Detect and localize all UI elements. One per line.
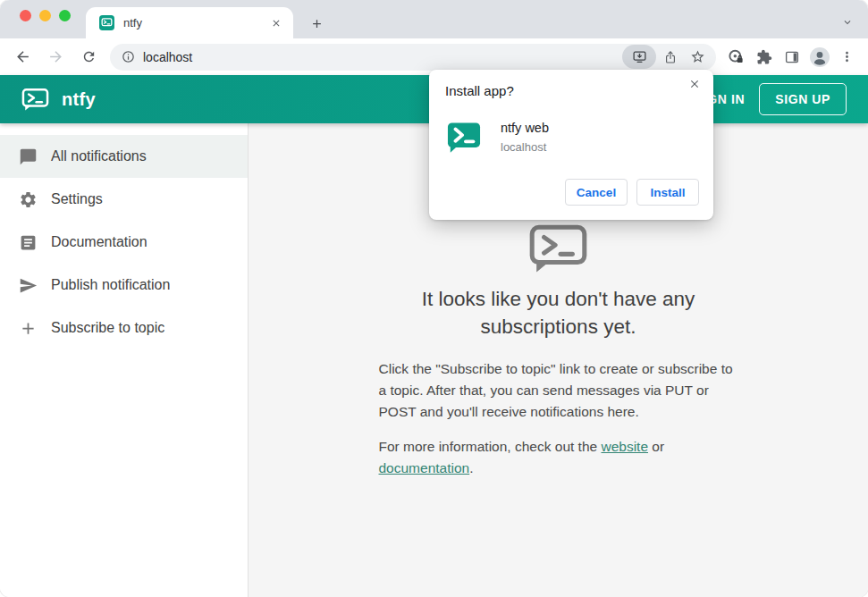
sidebar-item-label: Subscribe to topic [51, 320, 164, 336]
new-tab-button[interactable] [305, 12, 328, 35]
install-button[interactable]: Install [636, 179, 699, 206]
tab-close-icon[interactable] [268, 15, 284, 31]
profile-avatar[interactable] [805, 43, 833, 71]
side-panel-icon[interactable] [778, 43, 805, 71]
paragraph-text: . [469, 460, 473, 475]
empty-state-paragraph-links: For more information, check out the webs… [379, 436, 738, 479]
chat-icon [19, 147, 38, 166]
paragraph-text: For more information, check out the [379, 439, 602, 454]
tab-title: ntfy [123, 16, 268, 29]
sidebar-item-label: Settings [51, 191, 103, 207]
site-info-icon[interactable] [122, 50, 135, 63]
brand-title: ntfy [62, 89, 96, 110]
install-app-toolbar-button[interactable] [622, 45, 656, 69]
toolbar-right-icons [722, 43, 861, 71]
sidebar-item-publish-notification[interactable]: Publish notification [0, 264, 248, 307]
maximize-window-button[interactable] [59, 10, 71, 21]
cancel-button[interactable]: Cancel [565, 179, 628, 206]
bookmark-star-icon[interactable] [684, 45, 712, 70]
sidebar-item-settings[interactable]: Settings [0, 178, 248, 221]
tab-strip: ntfy [0, 0, 868, 38]
sidebar: All notifications Settings Documentation… [0, 123, 249, 597]
extensions-puzzle-icon[interactable] [750, 43, 778, 71]
close-window-button[interactable] [20, 10, 31, 21]
send-icon [19, 276, 38, 295]
password-manager-extension-icon[interactable] [722, 43, 750, 71]
address-url[interactable]: localhost [143, 50, 622, 64]
paragraph-text: or [648, 439, 664, 454]
sign-up-button[interactable]: SIGN UP [759, 83, 847, 115]
install-app-dialog: Install app? ntfy web localhost Cancel I… [429, 70, 713, 220]
article-icon [19, 233, 38, 252]
address-bar[interactable]: localhost [110, 44, 716, 71]
dialog-app-name: ntfy web [501, 121, 549, 135]
sidebar-item-subscribe-to-topic[interactable]: Subscribe to topic [0, 307, 248, 349]
forward-button[interactable] [39, 42, 72, 72]
empty-state-paragraph: Click the "Subscribe to topic" link to c… [379, 358, 738, 423]
website-link[interactable]: website [601, 439, 648, 454]
dialog-title: Install app? [445, 83, 514, 98]
dialog-close-icon[interactable] [685, 74, 704, 94]
sidebar-item-label: Publish notification [51, 277, 170, 293]
browser-tab-ntfy[interactable]: ntfy [86, 7, 293, 38]
sidebar-item-all-notifications[interactable]: All notifications [0, 135, 248, 178]
sidebar-item-label: All notifications [51, 148, 147, 164]
sidebar-item-documentation[interactable]: Documentation [0, 221, 248, 264]
empty-state-heading: It looks like you don't have any subscri… [380, 285, 737, 341]
window-controls [20, 10, 71, 21]
ntfy-empty-state-logo-icon [528, 223, 588, 275]
documentation-link[interactable]: documentation [379, 460, 470, 475]
tab-search-chevron-icon[interactable] [838, 13, 857, 32]
share-icon[interactable] [656, 45, 684, 70]
browser-window: ntfy localhost [0, 0, 868, 597]
ntfy-logo-icon [21, 88, 49, 112]
plus-icon [19, 319, 38, 338]
sidebar-item-label: Documentation [51, 234, 147, 250]
ntfy-favicon-icon [99, 15, 114, 30]
minimize-window-button[interactable] [39, 10, 51, 21]
browser-menu-kebab-icon[interactable] [833, 43, 861, 71]
ntfy-app-icon [447, 121, 481, 155]
dialog-app-origin: localhost [501, 140, 546, 154]
refresh-button[interactable] [72, 42, 105, 72]
gear-icon [19, 190, 38, 209]
back-button[interactable] [6, 42, 39, 72]
